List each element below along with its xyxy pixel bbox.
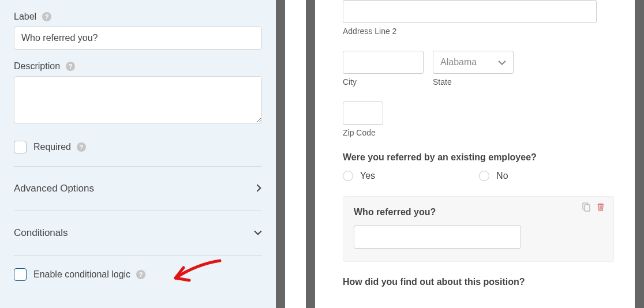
- chevron-down-icon: [498, 57, 506, 67]
- help-icon[interactable]: ?: [77, 142, 86, 152]
- duplicate-icon[interactable]: [581, 202, 590, 214]
- enable-conditional-label: Enable conditional logic: [33, 269, 130, 280]
- referred-question-group: Were you referred by an existing employe…: [343, 152, 614, 181]
- help-icon[interactable]: ?: [42, 12, 51, 21]
- who-referred-title: Who referred you?: [354, 207, 603, 217]
- label-field-title: Label: [14, 12, 36, 22]
- description-field-group: Description ?: [14, 61, 262, 126]
- zip-input[interactable]: [343, 102, 383, 125]
- required-row: Required ?: [14, 137, 262, 157]
- zip-group: Zip Code: [343, 102, 614, 137]
- gap-bar-right: [306, 0, 315, 308]
- enable-conditional-checkbox[interactable]: [14, 268, 27, 281]
- help-icon[interactable]: ?: [66, 62, 75, 71]
- gap-bar-left: [276, 0, 285, 308]
- description-field-title: Description: [14, 61, 60, 72]
- address-line-2-group: Address Line 2: [343, 0, 614, 36]
- address-line-2-input[interactable]: [343, 0, 597, 23]
- panel-gap: [276, 0, 315, 308]
- divider: [14, 211, 262, 211]
- advanced-options-header[interactable]: Advanced Options: [14, 176, 262, 201]
- address-line-2-label: Address Line 2: [343, 27, 614, 36]
- city-input[interactable]: [343, 51, 424, 74]
- state-value: Alabama: [440, 57, 477, 67]
- delete-icon[interactable]: [596, 202, 605, 214]
- required-checkbox[interactable]: [14, 141, 27, 153]
- scrollbar[interactable]: [635, 0, 644, 308]
- label-field-group: Label ?: [14, 12, 262, 50]
- enable-conditional-row: Enable conditional logic ?: [14, 265, 262, 284]
- field-settings-panel: Label ? Description ? Required ? Advance…: [0, 0, 276, 308]
- required-label: Required: [33, 142, 71, 152]
- label-input[interactable]: [14, 27, 262, 50]
- chevron-down-icon: [254, 228, 262, 238]
- radio-yes-label: Yes: [360, 171, 375, 181]
- state-label: State: [433, 77, 514, 87]
- radio-yes[interactable]: [343, 171, 353, 181]
- city-state-row: City Alabama State: [343, 51, 614, 87]
- advanced-options-title: Advanced Options: [14, 183, 94, 194]
- state-select[interactable]: Alabama: [433, 51, 514, 74]
- svg-rect-1: [585, 205, 590, 211]
- selected-field-who-referred[interactable]: Who referred you?: [343, 196, 614, 262]
- radio-no[interactable]: [479, 171, 489, 181]
- chevron-right-icon: [256, 184, 262, 194]
- find-out-title: How did you find out about this position…: [343, 277, 614, 287]
- zip-label: Zip Code: [343, 128, 614, 137]
- divider: [14, 255, 262, 256]
- city-label: City: [343, 77, 424, 87]
- conditionals-header[interactable]: Conditionals: [14, 220, 262, 246]
- description-textarea[interactable]: [14, 76, 262, 123]
- help-icon[interactable]: ?: [136, 270, 145, 279]
- find-out-group: How did you find out about this position…: [343, 277, 614, 287]
- who-referred-input[interactable]: [354, 226, 521, 249]
- conditionals-title: Conditionals: [14, 227, 68, 239]
- radio-no-label: No: [496, 171, 508, 181]
- form-preview-panel: Address Line 2 City Alabama State: [315, 0, 644, 308]
- divider: [14, 166, 262, 167]
- referred-question-title: Were you referred by an existing employe…: [343, 152, 614, 163]
